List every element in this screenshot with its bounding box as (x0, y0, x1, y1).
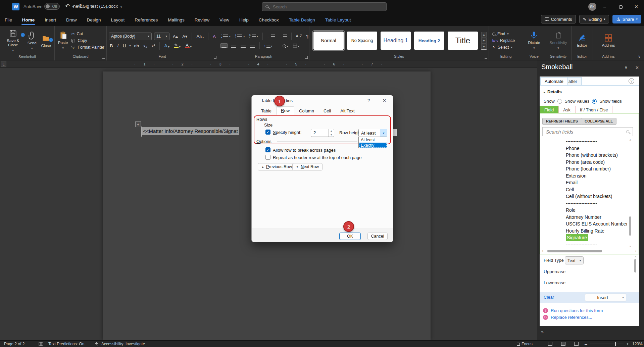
replace-button[interactable]: b⇄cReplace (491, 38, 516, 43)
tab-review[interactable]: Review (194, 16, 210, 24)
field-list-item[interactable]: Role (566, 207, 576, 214)
maximize-button[interactable] (613, 0, 629, 13)
align-center-button[interactable] (230, 44, 237, 48)
select-button[interactable]: ↖Select▾ (491, 45, 516, 50)
gallery-more-icon[interactable]: ▼ (481, 44, 487, 50)
panel-collapse-icon[interactable]: ∨ (625, 65, 628, 70)
text-predictions-indicator[interactable]: Text Predictions: On (48, 341, 84, 347)
change-case-button[interactable]: Aa▾ (195, 34, 205, 39)
row-height-is-combo[interactable]: At least ∨ (358, 129, 387, 137)
show-fields-radio[interactable] (592, 99, 597, 104)
borders-button[interactable]: ▾ (292, 43, 300, 48)
cut-button[interactable]: ✂Cut (70, 31, 105, 37)
refresh-fields-button[interactable]: REFRESH FIELDS (542, 118, 582, 125)
multilevel-list-button[interactable]: ai▾ (248, 33, 259, 39)
comments-button[interactable]: Comments (541, 15, 576, 23)
scroll-right-icon[interactable]: › (635, 249, 637, 253)
tab-layout[interactable]: Layout (110, 16, 126, 24)
cancel-button[interactable]: Cancel (367, 233, 388, 240)
style-title[interactable]: Title (448, 32, 478, 50)
scroll-down-icon[interactable]: ∨ (629, 245, 632, 248)
tab-home[interactable]: Home (21, 16, 36, 24)
bullet-list-button[interactable]: ••▾ (220, 33, 232, 39)
document-title[interactable]: new Sig test (15).docx∨ (73, 4, 122, 9)
tab-checkbox[interactable]: Checkbox (258, 16, 280, 24)
strikethrough-button[interactable]: ab (133, 43, 140, 49)
web-layout-button[interactable] (574, 342, 579, 346)
lowercase-option[interactable]: Lowercase (540, 277, 636, 288)
dialog-tab-column[interactable]: Column (294, 107, 319, 115)
height-spinner[interactable]: ▲▼ (311, 129, 334, 137)
show-values-radio[interactable] (557, 99, 562, 104)
dialog-tab-cell[interactable]: Cell (319, 107, 336, 115)
gallery-up-icon[interactable]: ▲ (481, 32, 487, 38)
tab-design[interactable]: Design (86, 16, 102, 24)
dialog-launcher-icon[interactable] (485, 56, 487, 59)
font-color-button[interactable]: A▾ (184, 43, 193, 49)
field-list-item[interactable]: Extension (566, 172, 586, 180)
dictate-button[interactable]: Dictate▾ (527, 30, 542, 52)
search-fields-box[interactable] (542, 127, 633, 136)
font-size-select[interactable]: 11▾ (154, 33, 169, 40)
font-family-select[interactable]: Aptos (Body)▾ (109, 33, 152, 40)
save-and-close-button[interactable]: ← Save & Close▾ (2, 28, 24, 54)
print-layout-button[interactable] (561, 342, 565, 346)
align-right-button[interactable] (240, 44, 247, 48)
scroll-left-icon[interactable]: ‹ (542, 249, 543, 253)
ok-button[interactable]: OK (339, 233, 361, 240)
zoom-slider-thumb[interactable] (615, 342, 616, 346)
justify-button[interactable] (249, 44, 256, 48)
format-painter-button[interactable]: Format Painter (70, 45, 105, 50)
share-button[interactable]: Share▾ (612, 15, 641, 23)
options-scrollbar[interactable]: ∧ (634, 255, 637, 292)
previous-row-button[interactable]: ▲Previous Row (258, 163, 296, 170)
collapse-ribbon-icon[interactable]: ∨ (638, 54, 641, 59)
zoom-out-button[interactable]: – (585, 341, 587, 347)
spin-up-icon[interactable]: ▲ (329, 129, 334, 133)
page-indicator[interactable]: Page 2 of 2 (4, 341, 24, 347)
grow-font-button[interactable]: A▴ (172, 34, 179, 39)
dialog-launcher-icon[interactable] (214, 56, 216, 59)
tab-help[interactable]: Help (239, 16, 249, 24)
field-list-item[interactable]: -------------------- (566, 241, 597, 248)
tab-if-then-else[interactable]: If / Then / Else (575, 106, 613, 113)
next-row-button[interactable]: ▼Next Row (292, 163, 323, 170)
word-logo-icon[interactable]: W (12, 3, 19, 10)
accessibility-status[interactable]: Accessibility: Investigate (101, 341, 145, 347)
tab-insert[interactable]: Insert (44, 16, 57, 24)
specify-height-checkbox[interactable] (265, 130, 270, 135)
shrink-font-button[interactable]: A▾ (181, 34, 188, 39)
search-bar[interactable] (262, 2, 387, 11)
panel-expand-icon[interactable]: ›› (541, 329, 543, 335)
field-list-item[interactable]: Phone (area code) (566, 159, 605, 166)
dialog-help-button[interactable]: ? (367, 98, 370, 103)
zoom-level[interactable]: 120% (632, 341, 643, 347)
allow-break-checkbox[interactable] (265, 147, 270, 152)
addins-button[interactable]: Add-ins (601, 32, 616, 49)
dialog-tab-row[interactable]: Row (276, 106, 294, 115)
table-move-handle[interactable]: + (135, 121, 141, 127)
search-fields-input[interactable] (545, 129, 619, 135)
replace-references-link[interactable]: ↻Replace references... (543, 315, 592, 320)
shading-button[interactable]: ▾ (281, 43, 289, 48)
style-no-spacing[interactable]: No Spacing (347, 32, 377, 50)
minimize-button[interactable]: – (597, 0, 612, 13)
insert-button[interactable]: Insert (585, 294, 620, 301)
tab-file[interactable]: File (4, 16, 13, 24)
height-input[interactable] (313, 130, 326, 136)
tab-references[interactable]: References (134, 16, 158, 24)
scrollbar-thumb[interactable] (547, 250, 602, 252)
tab-draw[interactable]: Draw (65, 16, 78, 24)
uppercase-option[interactable]: Uppercase (540, 266, 636, 277)
underline-button[interactable]: U (122, 43, 127, 49)
style-heading-2[interactable]: Heading 2 (414, 32, 444, 50)
scroll-up-icon[interactable]: ∧ (634, 255, 637, 258)
field-list-item[interactable]: Hourly Billing Rate (566, 228, 604, 235)
field-list-item[interactable]: Email (566, 179, 578, 186)
collapse-all-button[interactable]: COLLAPSE ALL (581, 118, 616, 125)
increase-indent-button[interactable]: → (278, 34, 288, 39)
zoom-slider-track[interactable] (590, 344, 624, 344)
dialog-tab-table[interactable]: Table (256, 107, 276, 115)
align-left-button[interactable] (220, 43, 228, 48)
spin-down-icon[interactable]: ▼ (329, 133, 334, 137)
